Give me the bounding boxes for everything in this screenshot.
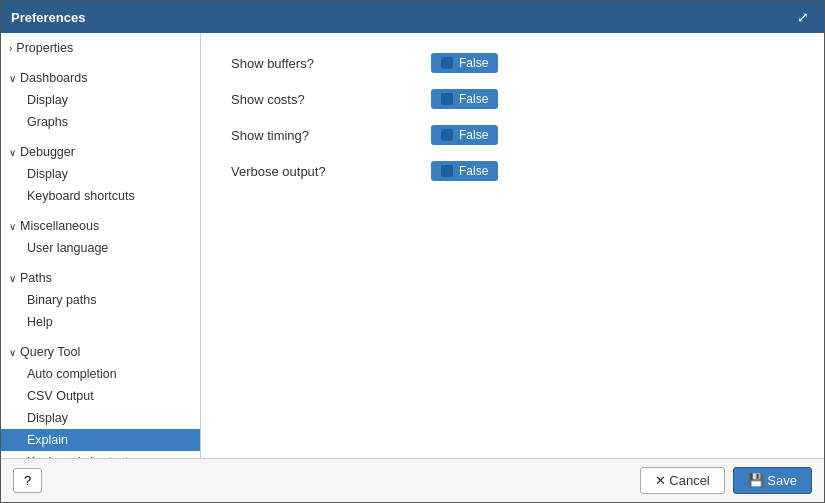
arrow-icon-dashboards: ∨ (9, 73, 16, 84)
arrow-icon-miscellaneous: ∨ (9, 221, 16, 232)
dialog-title: Preferences (11, 10, 85, 25)
toggle-value-show-costs: False (459, 92, 488, 106)
sidebar-group-miscellaneous: ∨ Miscellaneous User language (1, 211, 200, 263)
pref-row-show-timing: Show timing? False (231, 125, 794, 145)
sidebar-group-paths: ∨ Paths Binary paths Help (1, 263, 200, 337)
arrow-icon-query-tool: ∨ (9, 347, 16, 358)
sidebar-item-paths-help[interactable]: Help (1, 311, 200, 333)
sidebar-group-label-miscellaneous: Miscellaneous (20, 219, 99, 233)
sidebar-group-label-dashboards: Dashboards (20, 71, 87, 85)
sidebar-group-debugger: ∨ Debugger Display Keyboard shortcuts (1, 137, 200, 211)
sidebar-group-header-miscellaneous[interactable]: ∨ Miscellaneous (1, 215, 200, 237)
sidebar-group-header-paths[interactable]: ∨ Paths (1, 267, 200, 289)
sidebar-group-label-properties: Properties (16, 41, 73, 55)
sidebar-item-qt-explain[interactable]: Explain (1, 429, 200, 451)
toggle-value-show-buffers: False (459, 56, 488, 70)
sidebar-item-debugger-display[interactable]: Display (1, 163, 200, 185)
sidebar-item-paths-binary-paths[interactable]: Binary paths (1, 289, 200, 311)
sidebar-group-header-query-tool[interactable]: ∨ Query Tool (1, 341, 200, 363)
toggle-value-show-timing: False (459, 128, 488, 142)
footer: ? ✕ Cancel 💾 Save (1, 458, 824, 502)
pref-label-show-timing: Show timing? (231, 128, 431, 143)
pref-row-verbose-output: Verbose output? False (231, 161, 794, 181)
toggle-indicator-show-buffers (441, 57, 453, 69)
sidebar-item-dashboards-display[interactable]: Display (1, 89, 200, 111)
toggle-verbose-output[interactable]: False (431, 161, 498, 181)
arrow-icon-paths: ∨ (9, 273, 16, 284)
sidebar-group-label-paths: Paths (20, 271, 52, 285)
sidebar-item-debugger-keyboard-shortcuts[interactable]: Keyboard shortcuts (1, 185, 200, 207)
toggle-value-verbose-output: False (459, 164, 488, 178)
sidebar-group-label-debugger: Debugger (20, 145, 75, 159)
sidebar-group-dashboards: ∨ Dashboards Display Graphs (1, 63, 200, 137)
footer-left: ? (13, 468, 42, 493)
toggle-indicator-show-timing (441, 129, 453, 141)
footer-right: ✕ Cancel 💾 Save (640, 467, 812, 494)
sidebar-item-qt-display[interactable]: Display (1, 407, 200, 429)
sidebar-group-header-properties[interactable]: › Properties (1, 37, 200, 59)
pref-label-show-buffers: Show buffers? (231, 56, 431, 71)
toggle-show-timing[interactable]: False (431, 125, 498, 145)
sidebar-item-qt-auto-completion[interactable]: Auto completion (1, 363, 200, 385)
dialog-body: › Properties ∨ Dashboards Display Graphs… (1, 33, 824, 458)
sidebar: › Properties ∨ Dashboards Display Graphs… (1, 33, 201, 458)
sidebar-group-label-query-tool: Query Tool (20, 345, 80, 359)
main-content: Show buffers? False Show costs? False Sh… (201, 33, 824, 458)
arrow-icon-debugger: ∨ (9, 147, 16, 158)
save-button[interactable]: 💾 Save (733, 467, 812, 494)
pref-label-show-costs: Show costs? (231, 92, 431, 107)
pref-row-show-costs: Show costs? False (231, 89, 794, 109)
toggle-show-buffers[interactable]: False (431, 53, 498, 73)
title-bar: Preferences ⤢ (1, 1, 824, 33)
pref-label-verbose-output: Verbose output? (231, 164, 431, 179)
sidebar-group-header-dashboards[interactable]: ∨ Dashboards (1, 67, 200, 89)
arrow-icon: › (9, 43, 12, 54)
toggle-indicator-verbose-output (441, 165, 453, 177)
sidebar-item-dashboards-graphs[interactable]: Graphs (1, 111, 200, 133)
sidebar-group-properties: › Properties (1, 33, 200, 63)
cancel-button[interactable]: ✕ Cancel (640, 467, 725, 494)
preferences-dialog: Preferences ⤢ › Properties ∨ Dashboards … (0, 0, 825, 503)
pref-row-show-buffers: Show buffers? False (231, 53, 794, 73)
sidebar-item-qt-keyboard-shortcuts[interactable]: Keyboard shortcuts (1, 451, 200, 458)
sidebar-group-header-debugger[interactable]: ∨ Debugger (1, 141, 200, 163)
help-button[interactable]: ? (13, 468, 42, 493)
toggle-indicator-show-costs (441, 93, 453, 105)
sidebar-item-qt-csv-output[interactable]: CSV Output (1, 385, 200, 407)
expand-button[interactable]: ⤢ (792, 7, 814, 27)
sidebar-group-query-tool: ∨ Query Tool Auto completion CSV Output … (1, 337, 200, 458)
toggle-show-costs[interactable]: False (431, 89, 498, 109)
sidebar-item-misc-user-language[interactable]: User language (1, 237, 200, 259)
